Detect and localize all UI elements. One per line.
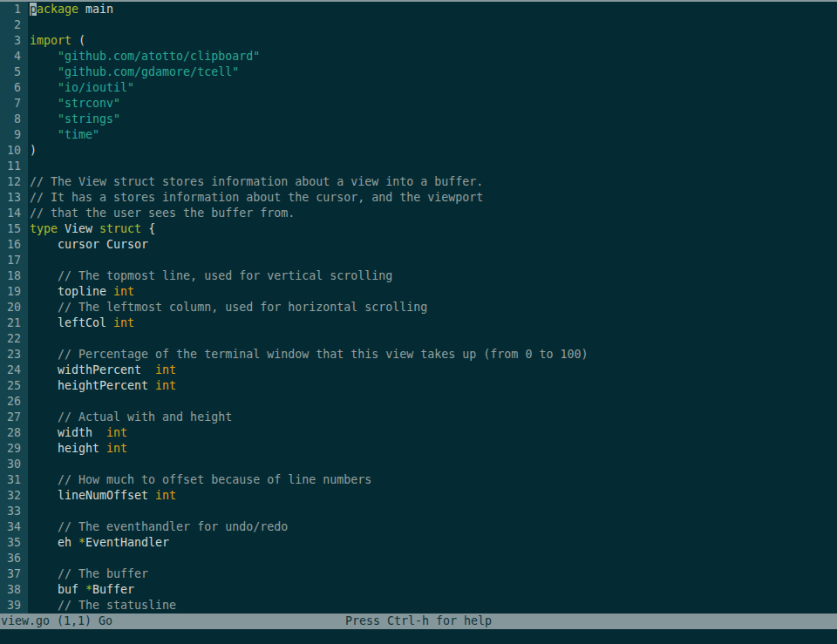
code-line[interactable]: 4 "github.com/atotto/clipboard" bbox=[0, 49, 837, 64]
line-number: 6 bbox=[0, 80, 28, 96]
status-file-info: view.go (1,1) Go bbox=[1, 613, 112, 629]
line-number: 13 bbox=[0, 190, 28, 206]
line-number: 36 bbox=[0, 551, 28, 566]
code-line[interactable]: 7 "strconv" bbox=[0, 96, 837, 112]
code-line[interactable]: 14// that the user sees the buffer from. bbox=[0, 206, 837, 221]
code-segment-plain: View bbox=[58, 222, 99, 235]
code-line[interactable]: 27 // Actual with and height bbox=[0, 410, 837, 425]
line-number: 12 bbox=[0, 174, 28, 190]
code-line[interactable]: 24 widthPercent int bbox=[0, 363, 837, 378]
line-number: 18 bbox=[0, 268, 28, 284]
code-segment-com: // that the user sees the buffer from. bbox=[30, 207, 295, 220]
code-line[interactable]: 3import ( bbox=[0, 33, 837, 49]
code-line[interactable]: 30 bbox=[0, 457, 837, 472]
code-line[interactable]: 10) bbox=[0, 143, 837, 159]
code-line[interactable]: 20 // The leftmost column, used for hori… bbox=[0, 300, 837, 315]
line-number: 11 bbox=[0, 159, 28, 174]
code-segment-kw: type bbox=[30, 222, 58, 235]
code-segment-com: // The buffer bbox=[30, 567, 148, 580]
code-text: // How much to offset because of line nu… bbox=[28, 472, 837, 488]
line-number: 22 bbox=[0, 331, 28, 347]
code-segment-com: // The leftmost column, used for horizon… bbox=[30, 301, 427, 314]
code-text: buf *Buffer bbox=[28, 582, 837, 598]
code-line[interactable]: 2 bbox=[0, 17, 837, 33]
line-number: 3 bbox=[0, 33, 28, 49]
code-segment-type: int bbox=[155, 489, 176, 502]
line-number: 27 bbox=[0, 410, 28, 425]
code-text: "github.com/gdamore/tcell" bbox=[28, 64, 837, 80]
code-segment-plain: main bbox=[78, 3, 113, 16]
code-line[interactable]: 26 bbox=[0, 394, 837, 410]
code-line[interactable]: 21 leftCol int bbox=[0, 315, 837, 331]
line-number: 15 bbox=[0, 221, 28, 237]
code-segment-com: // The topmost line, used for vertical s… bbox=[30, 269, 392, 282]
code-line[interactable]: 39 // The statusline bbox=[0, 598, 837, 613]
line-number: 10 bbox=[0, 143, 28, 159]
code-line[interactable]: 31 // How much to offset because of line… bbox=[0, 472, 837, 488]
code-text: cursor Cursor bbox=[28, 237, 837, 253]
code-segment-str: "github.com/gdamore/tcell" bbox=[30, 65, 239, 78]
code-text: // The topmost line, used for vertical s… bbox=[28, 268, 837, 284]
command-line bbox=[0, 629, 837, 644]
code-line[interactable]: 32 lineNumOffset int bbox=[0, 488, 837, 504]
code-editor[interactable]: 1package main23import (4 "github.com/ato… bbox=[0, 2, 837, 613]
code-text: widthPercent int bbox=[28, 363, 837, 378]
code-text bbox=[28, 551, 837, 566]
code-segment-str: "io/ioutil" bbox=[30, 81, 134, 94]
code-text: ) bbox=[28, 143, 837, 159]
code-text: import ( bbox=[28, 33, 837, 49]
line-number: 32 bbox=[0, 488, 28, 504]
code-line[interactable]: 28 width int bbox=[0, 425, 837, 441]
code-text: // The buffer bbox=[28, 566, 837, 582]
code-segment-com: // Actual with and height bbox=[30, 410, 232, 424]
line-number: 30 bbox=[0, 457, 28, 472]
code-line[interactable]: 35 eh *EventHandler bbox=[0, 535, 837, 551]
code-segment-plain: buf bbox=[30, 583, 85, 596]
code-line[interactable]: 9 "time" bbox=[0, 127, 837, 143]
code-segment-type: int bbox=[106, 442, 127, 455]
code-line[interactable]: 36 bbox=[0, 551, 837, 566]
line-number: 21 bbox=[0, 315, 28, 331]
code-text: lineNumOffset int bbox=[28, 488, 837, 504]
line-number: 20 bbox=[0, 300, 28, 315]
code-line[interactable]: 19 topline int bbox=[0, 284, 837, 300]
code-line[interactable]: 16 cursor Cursor bbox=[0, 237, 837, 253]
code-line[interactable]: 8 "strings" bbox=[0, 112, 837, 127]
code-line[interactable]: 37 // The buffer bbox=[0, 566, 837, 582]
code-segment-plain: { bbox=[141, 222, 155, 235]
code-line[interactable]: 18 // The topmost line, used for vertica… bbox=[0, 268, 837, 284]
code-line[interactable]: 33 bbox=[0, 504, 837, 519]
code-line[interactable]: 29 height int bbox=[0, 441, 837, 457]
code-text bbox=[28, 394, 837, 410]
code-line[interactable]: 6 "io/ioutil" bbox=[0, 80, 837, 96]
code-text: // that the user sees the buffer from. bbox=[28, 206, 837, 221]
code-line[interactable]: 13// It has a stores information about t… bbox=[0, 190, 837, 206]
line-number: 34 bbox=[0, 519, 28, 535]
code-line[interactable]: 5 "github.com/gdamore/tcell" bbox=[0, 64, 837, 80]
code-line[interactable]: 23 // Percentage of the terminal window … bbox=[0, 347, 837, 363]
code-segment-com: // How much to offset because of line nu… bbox=[30, 473, 371, 486]
code-line[interactable]: 17 bbox=[0, 253, 837, 268]
line-number: 31 bbox=[0, 472, 28, 488]
code-text bbox=[28, 504, 837, 519]
line-number: 14 bbox=[0, 206, 28, 221]
code-segment-com: // It has a stores information about the… bbox=[30, 191, 483, 204]
code-line[interactable]: 25 heightPercent int bbox=[0, 378, 837, 394]
code-segment-kw: * bbox=[78, 536, 85, 549]
code-segment-plain: heightPercent bbox=[30, 379, 155, 392]
code-segment-plain: topline bbox=[30, 285, 113, 298]
code-line[interactable]: 11 bbox=[0, 159, 837, 174]
code-line[interactable]: 1package main bbox=[0, 2, 837, 17]
code-line[interactable]: 15type View struct { bbox=[0, 221, 837, 237]
code-segment-com: // The View struct stores information ab… bbox=[30, 175, 483, 188]
code-line[interactable]: 38 buf *Buffer bbox=[0, 582, 837, 598]
code-line[interactable]: 34 // The eventhandler for undo/redo bbox=[0, 519, 837, 535]
code-text bbox=[28, 17, 837, 33]
code-line[interactable]: 12// The View struct stores information … bbox=[0, 174, 837, 190]
line-number: 4 bbox=[0, 49, 28, 64]
code-line[interactable]: 22 bbox=[0, 331, 837, 347]
code-segment-type: int bbox=[113, 316, 134, 329]
code-text: topline int bbox=[28, 284, 837, 300]
code-segment-plain: cursor Cursor bbox=[30, 238, 148, 251]
line-number: 17 bbox=[0, 253, 28, 268]
